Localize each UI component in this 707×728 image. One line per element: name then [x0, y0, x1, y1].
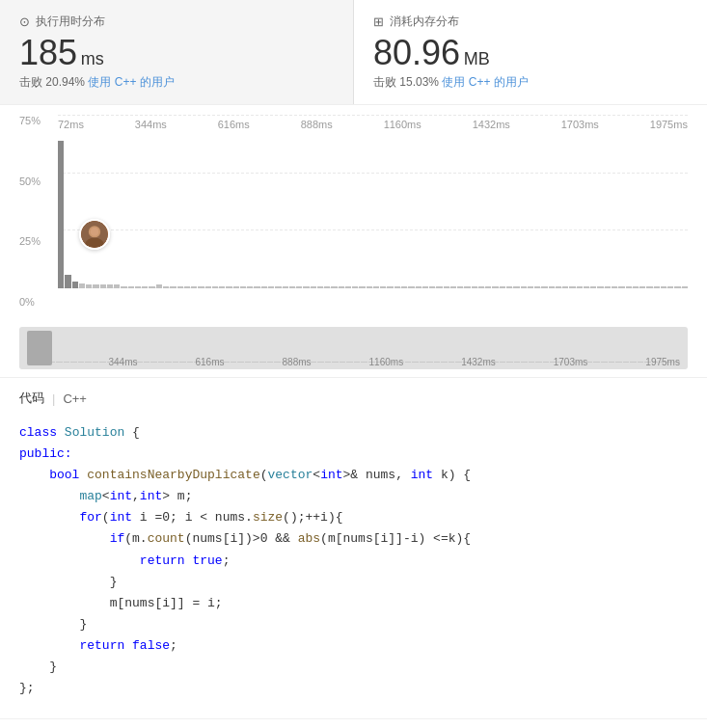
bar-2	[72, 282, 78, 288]
bar-88	[674, 286, 680, 288]
bar-89	[682, 286, 688, 288]
memory-value: 80.96	[373, 33, 460, 72]
avatar	[81, 221, 108, 248]
code-header: 代码 | C++	[0, 377, 707, 418]
y-label-0: 0%	[19, 296, 41, 308]
bar-82	[633, 286, 639, 288]
bar-62	[492, 286, 498, 288]
footer: CSDN @梦见她	[0, 718, 707, 728]
minimap-container: 72ms 344ms 616ms 888ms 1160ms 1432ms 170…	[0, 327, 707, 369]
bar-45	[373, 286, 379, 288]
mini-x-7: 1703ms	[554, 357, 588, 367]
bar-74	[577, 286, 583, 288]
bar-75	[584, 286, 589, 288]
memory-percent: 击败 15.03%	[373, 75, 439, 89]
bar-4	[86, 284, 92, 288]
code-line-10: }	[19, 614, 688, 635]
bar-34	[296, 286, 302, 288]
memory-icon: ⊞	[373, 14, 384, 29]
time-sub: 击败 20.94% 使用 C++ 的用户	[19, 74, 334, 91]
svg-point-3	[91, 228, 99, 236]
bar-25	[233, 286, 239, 288]
code-label: 代码	[19, 390, 44, 407]
bar-18	[184, 286, 190, 288]
bar-80	[618, 286, 624, 288]
bar-87	[667, 286, 673, 288]
code-line-1: class Solution {	[19, 422, 688, 444]
bar-79	[612, 286, 617, 288]
mini-x-4: 888ms	[283, 357, 312, 367]
bar-83	[639, 286, 645, 288]
bar-81	[626, 286, 632, 288]
bar-84	[646, 286, 652, 288]
mini-x-8: 1975ms	[645, 357, 680, 367]
bar-76	[590, 286, 596, 288]
code-line-13: };	[19, 678, 688, 699]
bar-43	[359, 286, 365, 288]
minimap-selection	[27, 331, 52, 365]
time-percent: 击败 20.94%	[19, 75, 85, 89]
code-line-4: map<int,int> m;	[19, 486, 688, 507]
bar-69	[541, 286, 547, 288]
memory-value-row: 80.96 MB	[373, 36, 688, 70]
mini-x-3: 616ms	[196, 357, 225, 367]
code-block: class Solution { public: bool containsNe…	[0, 418, 707, 718]
y-axis-labels: 75% 50% 25% 0%	[19, 115, 41, 308]
mini-x-5: 1160ms	[369, 357, 404, 367]
bar-52	[422, 286, 428, 288]
bar-40	[339, 286, 344, 288]
bar-26	[240, 286, 246, 288]
bar-72	[562, 286, 568, 288]
time-value: 185	[19, 33, 77, 72]
y-label-50: 50%	[19, 175, 41, 187]
bar-3	[79, 283, 85, 288]
bar-44	[367, 286, 372, 288]
bar-50	[408, 286, 414, 288]
bar-42	[352, 286, 358, 288]
minimap-x-labels: 72ms 344ms 616ms 888ms 1160ms 1432ms 170…	[27, 357, 680, 367]
bar-65	[513, 286, 519, 288]
bar-49	[401, 286, 407, 288]
bar-66	[521, 286, 527, 288]
bar-71	[556, 286, 561, 288]
bar-77	[597, 286, 603, 288]
bar-56	[450, 286, 456, 288]
memory-title: 消耗内存分布	[390, 13, 459, 30]
bar-64	[506, 286, 512, 288]
bar-59	[472, 286, 477, 288]
bar-1	[65, 275, 70, 288]
bar-41	[345, 286, 351, 288]
bar-5	[93, 284, 98, 288]
time-panel: ⊙ 执行用时分布 185 ms 击败 20.94% 使用 C++ 的用户	[0, 0, 354, 104]
time-label: 使用 C++ 的用户	[88, 75, 174, 89]
bar-78	[605, 286, 611, 288]
bar-58	[464, 286, 470, 288]
bar-37	[317, 286, 323, 288]
minimap[interactable]: 72ms 344ms 616ms 888ms 1160ms 1432ms 170…	[19, 327, 688, 369]
bar-27	[247, 286, 253, 288]
bar-20	[198, 286, 204, 288]
clock-icon: ⊙	[19, 14, 30, 29]
mini-x-2: 344ms	[108, 357, 137, 367]
bar-39	[331, 286, 337, 288]
bar-6	[100, 284, 106, 288]
bar-63	[500, 286, 505, 288]
bar-22	[212, 286, 218, 288]
bar-53	[429, 286, 435, 288]
code-line-3: bool containsNearbyDuplicate(vector<int>…	[19, 465, 688, 486]
code-line-7: return true;	[19, 551, 688, 572]
bar-11	[135, 286, 141, 288]
code-line-5: for(int i =0; i < nums.size();++i){	[19, 507, 688, 528]
bar-32	[283, 286, 288, 288]
bar-21	[205, 286, 211, 288]
bar-24	[226, 286, 231, 288]
bar-85	[654, 286, 660, 288]
time-value-row: 185 ms	[19, 36, 334, 70]
bar-38	[324, 286, 330, 288]
bar-15	[163, 286, 169, 288]
code-line-2: public:	[19, 444, 688, 465]
bar-54	[436, 286, 442, 288]
y-label-75: 75%	[19, 115, 41, 126]
memory-header: ⊞ 消耗内存分布	[373, 13, 688, 30]
y-label-25: 25%	[19, 235, 41, 247]
